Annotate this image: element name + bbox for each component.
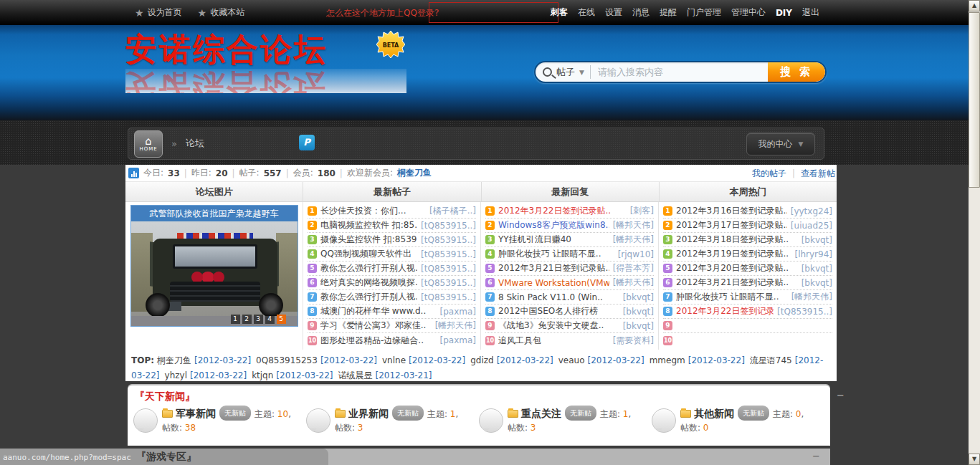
post-author-link[interactable]: [tQ853915..] [421, 235, 476, 245]
post-title-link[interactable]: 长沙佳天投资：你们... [320, 205, 426, 217]
post-title-link[interactable]: 8 Skin Pack V11.0 (Win.. [498, 292, 619, 302]
post-title-link[interactable]: 图形处理器精品-边缘融合.. [320, 335, 437, 347]
post-title-link[interactable]: 2012年3月21日签到记录贴.. [676, 277, 798, 289]
post-author-link[interactable]: [幡邦天伟] [613, 234, 654, 246]
view-new-posts-link[interactable]: 查看新帖 [801, 168, 835, 180]
forum-name-link[interactable]: 业界新闻 [348, 408, 389, 419]
post-author-link[interactable]: [幡邦天伟] [613, 277, 654, 289]
post-title-link[interactable]: 城澳门的花样年华 www.d.. [320, 305, 437, 317]
post-author-link[interactable]: [得普本芳] [613, 262, 654, 274]
top-poster-name[interactable]: 桐奎刀鱼 [157, 355, 191, 365]
post-title-link[interactable]: 绝对真实的网络视频嗅探.. [320, 277, 417, 289]
slideshow-page-button[interactable]: 1 [231, 315, 240, 324]
post-author-link[interactable]: [幡邦天伟] [791, 291, 832, 303]
post-author-link[interactable]: [tQ853915..] [777, 307, 832, 317]
post-author-link[interactable]: [uiuad25] [791, 221, 832, 231]
scrollbar[interactable]: ▲ ▼ [969, 0, 980, 465]
post-title-link[interactable]: 教你怎么强行打开别人视.. [320, 262, 417, 274]
post-author-link[interactable]: [需要资料] [613, 335, 654, 347]
topbar-link[interactable]: 设置 [605, 6, 622, 19]
post-title-link[interactable]: 2012年3月16日签到记录贴.. [676, 205, 787, 217]
home-button[interactable]: ⌂ HOME [134, 130, 163, 158]
post-author-link[interactable]: [刺客] [630, 205, 654, 217]
post-title-link[interactable]: 肿眼化妆技巧 让眼睛不显.. [498, 248, 614, 260]
post-author-link[interactable]: [lhryr94] [794, 249, 832, 259]
post-title-link[interactable]: 2012年3月20日签到记录贴.. [676, 262, 798, 274]
new-member-link[interactable]: 桐奎刀鱼 [397, 167, 432, 179]
post-author-link[interactable]: [tQ853915..] [421, 264, 476, 274]
scroll-down-icon[interactable]: ▼ [969, 454, 980, 465]
post-title-link[interactable]: 2012年3月19日签到记录贴.. [676, 248, 791, 260]
top-poster-name[interactable]: 诺绒晨昱 [338, 370, 372, 380]
post-title-link[interactable]: 2012中国SEO名人排行榜 [498, 305, 619, 317]
post-author-link[interactable]: [bkvqt] [801, 235, 832, 245]
top-poster-name[interactable]: yhzyl [165, 370, 187, 380]
top-poster-name[interactable]: 流星语745 [750, 355, 792, 365]
post-title-link[interactable]: 学习《爱情公寓3》邓家佳.. [320, 320, 432, 332]
post-author-link[interactable]: [paxma] [440, 307, 476, 317]
forum-name-link[interactable]: 其他新闻 [694, 408, 734, 419]
post-author-link[interactable]: [tQ853915..] [421, 249, 476, 259]
topbar-link[interactable]: 在线 [578, 6, 595, 19]
post-author-link[interactable]: [paxma] [440, 335, 476, 345]
post-title-link[interactable]: 肿眼化妆技巧 让眼睛不显.. [676, 291, 788, 303]
breadcrumb-forum-link[interactable]: 论坛 [186, 137, 204, 150]
post-title-link[interactable]: 2012年3月22日签到记录贴.. [498, 205, 627, 217]
my-posts-link[interactable]: 我的帖子 [752, 168, 786, 180]
app-icon[interactable]: P [299, 135, 315, 150]
topbar-link[interactable]: 刺客 [551, 6, 568, 19]
topbar-link[interactable]: DIY [776, 8, 792, 18]
topbar-link[interactable]: 消息 [632, 6, 650, 19]
post-author-link[interactable]: [bkvqt] [623, 321, 654, 331]
search-scope-dropdown[interactable]: 帖子 ▼ [536, 62, 590, 82]
scrollbar-thumb[interactable] [969, 12, 980, 188]
post-title-link[interactable]: QQ强制视频聊天软件出 [320, 248, 417, 260]
post-author-link[interactable]: [yytxg24] [791, 206, 832, 216]
post-author-link[interactable]: [bkvqt] [801, 264, 832, 274]
top-poster-name[interactable]: vnlne [382, 355, 406, 365]
slideshow-page-button[interactable]: 5 [277, 315, 286, 324]
post-author-link[interactable]: [tQ853915..] [421, 221, 476, 231]
post-title-link[interactable]: 电脑视频监控软件 扣:85.. [320, 219, 417, 231]
bookmark-link[interactable]: ★ 收藏本站 [198, 6, 245, 19]
post-author-link[interactable]: [tQ853915..] [421, 278, 476, 288]
forum-name-link[interactable]: 重点关注 [521, 408, 561, 419]
post-title-link[interactable]: 2012年3月18日签到记录贴.. [676, 234, 798, 246]
post-author-link[interactable]: [bkvqt] [623, 307, 654, 317]
scroll-up-icon[interactable]: ▲ [969, 0, 980, 11]
topbar-link[interactable]: 管理中心 [731, 6, 766, 19]
post-title-link[interactable]: 摄像头监控软件 扣:8539.. [320, 234, 417, 246]
post-author-link[interactable]: [橘子橘子..] [429, 205, 476, 217]
set-home-link[interactable]: ★ 设为首页 [135, 6, 182, 19]
topbar-link[interactable]: 提醒 [660, 6, 677, 19]
collapse-button[interactable]: − [837, 390, 845, 401]
site-logo[interactable]: 安诺综合论坛 安诺综合论坛 BETA [125, 29, 406, 110]
slideshow-page-button[interactable]: 3 [254, 315, 263, 324]
post-title-link[interactable]: 追风工具包 [498, 335, 609, 347]
top-poster-name[interactable]: mmegm [650, 355, 685, 365]
post-title-link[interactable]: 2012年3月21日签到记录贴.. [498, 262, 609, 274]
post-title-link[interactable]: 《战地3》免安装中文硬盘.. [498, 320, 619, 332]
top-poster-name[interactable]: gdizd [470, 355, 493, 365]
search-button[interactable]: 搜 索 [768, 62, 825, 82]
post-author-link[interactable]: [rjqw10] [618, 249, 654, 259]
post-author-link[interactable]: [tQ853915..] [421, 292, 476, 302]
post-title-link[interactable]: VMware Workstation(VMw.. [498, 278, 609, 288]
topbar-link[interactable]: 退出 [802, 6, 819, 19]
my-center-button[interactable]: 我的中心 ▼ [746, 133, 815, 155]
search-input[interactable] [591, 62, 768, 82]
post-author-link[interactable]: [幡邦天伟] [613, 219, 654, 231]
top-poster-name[interactable]: 0Q853915253 [256, 355, 318, 365]
post-title-link[interactable]: Windows8客户预览版win8.. [498, 219, 609, 231]
top-poster-name[interactable]: veauo [558, 355, 585, 365]
top-poster-name[interactable]: ktjqn [252, 370, 273, 380]
post-title-link[interactable]: 2012年3月17日签到记录贴.. [676, 219, 787, 231]
post-author-link[interactable]: [幡邦天伟] [435, 320, 476, 332]
post-title-link[interactable]: 教你怎么强行打开别人视.. [320, 291, 417, 303]
collapse-button[interactable]: − [812, 451, 820, 461]
slideshow-photo[interactable]: 武警部队接收首批国产枭龙越野车 12345 [130, 205, 298, 327]
forum-name-link[interactable]: 军事新闻 [176, 408, 216, 419]
post-author-link[interactable]: [bkvqt] [801, 278, 832, 288]
slideshow-caption[interactable]: 武警部队接收首批国产枭龙越野车 [131, 206, 298, 221]
post-author-link[interactable]: [bkvqt] [623, 292, 654, 302]
